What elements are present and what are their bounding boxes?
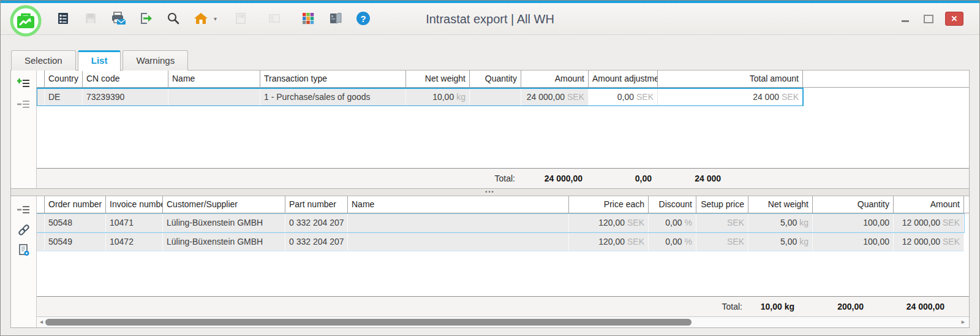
column-header-net-weight[interactable]: Net weight: [748, 196, 813, 213]
column-header-cn-code[interactable]: CN code: [83, 71, 168, 87]
reports-button[interactable]: [326, 9, 345, 28]
order-line-row[interactable]: 50549 10472 Lüling-Büxenstein GMBH 0 332…: [37, 233, 964, 251]
cell-amount[interactable]: 12 000,00SEK: [894, 214, 964, 232]
remove-row-button-lower[interactable]: [15, 202, 32, 218]
intrastat-lines-section: Country CN code Name Transaction type Ne…: [11, 71, 969, 188]
modules-button[interactable]: [298, 9, 318, 28]
column-header-price-each[interactable]: Price each: [569, 196, 649, 213]
order-line-row[interactable]: 50548 10471 Lüling-Büxenstein GMBH 0 332…: [37, 214, 964, 232]
help-button[interactable]: ?: [353, 9, 373, 28]
home-button[interactable]: [191, 9, 211, 28]
cell-amount[interactable]: 24 000,00SEK: [521, 88, 589, 106]
column-header-quantity[interactable]: Quantity: [813, 196, 894, 213]
column-header-transaction-type[interactable]: Transaction type: [260, 71, 406, 87]
tab-list[interactable]: List: [78, 50, 121, 71]
window-title: Intrastat export | All WH: [426, 12, 554, 26]
net-weight-value: 5,00: [780, 218, 797, 227]
cell-transaction-type[interactable]: 1 - Purchase/sales of goods: [260, 88, 406, 106]
net-weight-unit: kg: [456, 92, 466, 102]
total-amount-value: 24 000: [753, 92, 779, 102]
cell-setup-price[interactable]: SEK: [696, 233, 748, 251]
column-header-total-amount[interactable]: Total amount: [658, 71, 803, 87]
add-row-button[interactable]: [15, 76, 32, 92]
splitter[interactable]: •••: [11, 188, 969, 196]
cell-setup-price[interactable]: SEK: [696, 214, 748, 232]
split-view-icon: [267, 11, 282, 26]
cell-amount[interactable]: 12 000,00SEK: [894, 233, 964, 251]
minimize-icon: [902, 20, 909, 22]
scrollbar-thumb[interactable]: [45, 319, 692, 326]
cell-quantity[interactable]: 100,00: [813, 214, 894, 232]
scroll-left-arrow[interactable]: ◄: [37, 318, 45, 326]
cell-price-each[interactable]: 120,00SEK: [569, 214, 649, 232]
detail-view-button: [231, 9, 251, 28]
cell-order-number[interactable]: 50548: [45, 214, 106, 232]
help-icon: ?: [356, 12, 370, 25]
column-header-part-number[interactable]: Part number: [285, 196, 348, 213]
cell-name[interactable]: [348, 214, 569, 232]
horizontal-scrollbar[interactable]: ◄ ►: [37, 316, 969, 327]
cell-net-weight[interactable]: 5,00kg: [748, 214, 813, 232]
cell-customer-supplier[interactable]: Lüling-Büxenstein GMBH: [163, 214, 285, 232]
column-header-setup-price[interactable]: Setup price: [696, 196, 748, 213]
link-document-button[interactable]: [15, 222, 32, 238]
column-header-amount[interactable]: Amount: [521, 71, 589, 87]
lower-total-amount: 24 000,00: [891, 302, 962, 311]
row-indicator-header: [37, 196, 45, 213]
column-header-discount[interactable]: Discount: [649, 196, 696, 213]
close-button[interactable]: ✕: [945, 12, 963, 26]
form-icon: [56, 11, 70, 26]
row-indicator-cell: [37, 233, 45, 251]
cell-customer-supplier[interactable]: Lüling-Büxenstein GMBH: [163, 233, 285, 251]
cell-net-weight[interactable]: 10,00kg: [406, 88, 470, 106]
tab-selection[interactable]: Selection: [11, 50, 76, 71]
minimize-button[interactable]: [899, 12, 912, 26]
cell-part-number[interactable]: 0 332 204 207: [285, 233, 348, 251]
form-view-button[interactable]: [53, 9, 73, 28]
cell-net-weight[interactable]: 5,00kg: [748, 233, 813, 251]
column-header-net-weight[interactable]: Net weight: [406, 71, 470, 87]
upper-side-toolbar: [11, 71, 37, 188]
cell-cn-code[interactable]: 73239390: [83, 88, 168, 106]
cell-invoice-number[interactable]: 10471: [106, 214, 163, 232]
column-header-invoice-number[interactable]: Invoice number: [106, 196, 163, 213]
column-header-quantity[interactable]: Quantity: [470, 71, 521, 87]
remove-row-button-upper[interactable]: [15, 96, 32, 112]
titlebar[interactable]: ▾: [1, 3, 979, 35]
column-header-country[interactable]: Country: [45, 71, 83, 87]
cell-invoice-number[interactable]: 10472: [106, 233, 163, 251]
scroll-right-arrow[interactable]: ►: [959, 318, 967, 326]
cell-total-amount[interactable]: 24 000SEK: [658, 88, 803, 106]
preview-document-button[interactable]: [15, 242, 32, 258]
column-header-amount[interactable]: Amount: [894, 196, 964, 213]
cell-discount[interactable]: 0,00%: [649, 214, 696, 232]
search-button[interactable]: [164, 9, 183, 28]
cell-order-number[interactable]: 50549: [45, 233, 106, 251]
cell-amount-adjustment[interactable]: 0,00SEK: [589, 88, 658, 106]
print-email-button[interactable]: [108, 9, 128, 28]
cell-name[interactable]: [168, 88, 260, 106]
column-header-name[interactable]: Name: [168, 71, 260, 87]
order-lines-grid: Order number Invoice number Customer/Sup…: [37, 196, 969, 327]
intrastat-line-row[interactable]: DE 73239390 1 - Purchase/sales of goods …: [37, 88, 803, 106]
discount-value: 0,00: [665, 218, 682, 227]
cell-price-each[interactable]: 120,00SEK: [569, 233, 649, 251]
app-window: ▾: [0, 0, 980, 336]
cell-part-number[interactable]: 0 332 204 207: [285, 214, 348, 232]
cell-country[interactable]: DE: [45, 88, 83, 106]
column-header-name[interactable]: Name: [348, 196, 569, 213]
cell-quantity[interactable]: 100,00: [813, 233, 894, 251]
app-logo-icon[interactable]: [9, 4, 42, 37]
tab-warnings[interactable]: Warnings: [123, 50, 188, 71]
maximize-button[interactable]: [922, 12, 935, 26]
home-dropdown-caret[interactable]: ▾: [214, 15, 217, 22]
cell-discount[interactable]: 0,00%: [649, 233, 696, 251]
cell-quantity[interactable]: [470, 88, 521, 106]
export-button[interactable]: [136, 9, 156, 28]
upper-total-row: Total: 24 000,00 0,00 24 000: [37, 168, 969, 188]
column-header-customer-supplier[interactable]: Customer/Supplier: [163, 196, 285, 213]
cell-name[interactable]: [348, 233, 569, 251]
column-header-order-number[interactable]: Order number: [45, 196, 106, 213]
amount-unit: SEK: [567, 92, 584, 102]
column-header-amount-adjustment[interactable]: Amount adjustment: [589, 71, 658, 87]
